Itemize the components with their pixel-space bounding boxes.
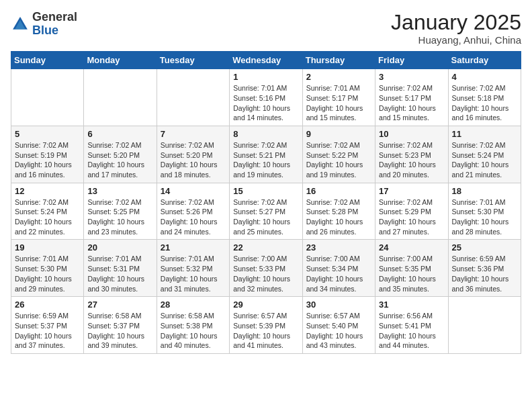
day-number: 11 xyxy=(452,129,517,139)
week-row-5: 26Sunrise: 6:59 AM Sunset: 5:37 PM Dayli… xyxy=(11,297,521,354)
day-number: 5 xyxy=(15,129,80,139)
day-number: 16 xyxy=(306,186,371,196)
day-number: 25 xyxy=(452,242,517,253)
calendar-cell xyxy=(11,69,84,126)
day-info: Sunrise: 7:02 AM Sunset: 5:24 PM Dayligh… xyxy=(452,140,517,180)
calendar-cell: 31Sunrise: 6:56 AM Sunset: 5:41 PM Dayli… xyxy=(375,297,448,354)
calendar-cell: 29Sunrise: 6:57 AM Sunset: 5:39 PM Dayli… xyxy=(230,297,302,354)
day-info: Sunrise: 7:02 AM Sunset: 5:24 PM Dayligh… xyxy=(15,197,80,237)
calendar-cell: 1Sunrise: 7:01 AM Sunset: 5:16 PM Daylig… xyxy=(230,69,302,126)
day-number: 12 xyxy=(15,186,80,196)
calendar-cell: 25Sunrise: 6:59 AM Sunset: 5:36 PM Dayli… xyxy=(448,240,521,297)
day-info: Sunrise: 6:57 AM Sunset: 5:39 PM Dayligh… xyxy=(233,311,298,351)
day-number: 22 xyxy=(233,242,298,253)
calendar-cell: 2Sunrise: 7:01 AM Sunset: 5:17 PM Daylig… xyxy=(302,69,375,126)
day-number: 2 xyxy=(306,72,371,82)
calendar-cell: 6Sunrise: 7:02 AM Sunset: 5:20 PM Daylig… xyxy=(84,126,157,183)
weekday-header-tuesday: Tuesday xyxy=(157,52,229,69)
day-number: 18 xyxy=(452,186,517,196)
calendar-cell xyxy=(84,69,157,126)
calendar-cell: 5Sunrise: 7:02 AM Sunset: 5:19 PM Daylig… xyxy=(11,126,84,183)
day-info: Sunrise: 7:01 AM Sunset: 5:30 PM Dayligh… xyxy=(452,197,517,237)
day-number: 14 xyxy=(161,186,226,196)
calendar-cell: 28Sunrise: 6:58 AM Sunset: 5:38 PM Dayli… xyxy=(157,297,229,354)
day-number: 6 xyxy=(87,129,152,139)
day-number: 19 xyxy=(15,242,80,253)
calendar-cell: 21Sunrise: 7:01 AM Sunset: 5:32 PM Dayli… xyxy=(157,240,229,297)
day-info: Sunrise: 7:01 AM Sunset: 5:31 PM Dayligh… xyxy=(87,254,152,293)
day-number: 1 xyxy=(233,72,298,82)
day-info: Sunrise: 7:02 AM Sunset: 5:22 PM Dayligh… xyxy=(306,140,371,180)
day-number: 9 xyxy=(306,129,371,139)
day-number: 4 xyxy=(452,72,517,82)
day-info: Sunrise: 7:00 AM Sunset: 5:33 PM Dayligh… xyxy=(233,254,298,293)
title-block: January 2025 Huayang, Anhui, China xyxy=(391,11,521,46)
calendar-cell: 23Sunrise: 7:00 AM Sunset: 5:34 PM Dayli… xyxy=(302,240,375,297)
day-number: 13 xyxy=(87,186,152,196)
day-info: Sunrise: 7:01 AM Sunset: 5:16 PM Dayligh… xyxy=(233,83,298,123)
calendar-cell: 14Sunrise: 7:02 AM Sunset: 5:26 PM Dayli… xyxy=(157,183,229,240)
month-title: January 2025 xyxy=(391,11,521,34)
day-number: 20 xyxy=(87,242,152,253)
weekday-header-monday: Monday xyxy=(84,52,157,69)
week-row-1: 1Sunrise: 7:01 AM Sunset: 5:16 PM Daylig… xyxy=(11,69,521,126)
day-info: Sunrise: 6:59 AM Sunset: 5:37 PM Dayligh… xyxy=(15,311,80,351)
day-info: Sunrise: 7:02 AM Sunset: 5:19 PM Dayligh… xyxy=(15,140,80,180)
day-info: Sunrise: 7:02 AM Sunset: 5:26 PM Dayligh… xyxy=(161,197,226,237)
weekday-header-sunday: Sunday xyxy=(11,52,84,69)
day-info: Sunrise: 7:02 AM Sunset: 5:18 PM Dayligh… xyxy=(452,83,517,123)
calendar-cell: 27Sunrise: 6:58 AM Sunset: 5:37 PM Dayli… xyxy=(84,297,157,354)
day-number: 24 xyxy=(379,242,444,253)
calendar-cell: 9Sunrise: 7:02 AM Sunset: 5:22 PM Daylig… xyxy=(302,126,375,183)
day-info: Sunrise: 6:59 AM Sunset: 5:36 PM Dayligh… xyxy=(452,254,517,293)
weekday-header-friday: Friday xyxy=(375,52,448,69)
logo-general-text: General xyxy=(32,10,77,24)
calendar-cell: 15Sunrise: 7:02 AM Sunset: 5:27 PM Dayli… xyxy=(230,183,302,240)
calendar-cell: 8Sunrise: 7:02 AM Sunset: 5:21 PM Daylig… xyxy=(230,126,302,183)
calendar-cell: 4Sunrise: 7:02 AM Sunset: 5:18 PM Daylig… xyxy=(448,69,521,126)
weekday-header-saturday: Saturday xyxy=(448,52,521,69)
day-info: Sunrise: 7:02 AM Sunset: 5:21 PM Dayligh… xyxy=(233,140,298,180)
calendar-cell xyxy=(157,69,229,126)
day-info: Sunrise: 7:00 AM Sunset: 5:35 PM Dayligh… xyxy=(379,254,444,293)
weekday-header-wednesday: Wednesday xyxy=(230,52,302,69)
calendar-cell: 20Sunrise: 7:01 AM Sunset: 5:31 PM Dayli… xyxy=(84,240,157,297)
location: Huayang, Anhui, China xyxy=(391,34,521,46)
calendar-cell: 18Sunrise: 7:01 AM Sunset: 5:30 PM Dayli… xyxy=(448,183,521,240)
calendar-cell: 22Sunrise: 7:00 AM Sunset: 5:33 PM Dayli… xyxy=(230,240,302,297)
day-info: Sunrise: 6:58 AM Sunset: 5:38 PM Dayligh… xyxy=(161,311,226,351)
logo-blue-text: Blue xyxy=(32,24,58,37)
calendar-cell: 12Sunrise: 7:02 AM Sunset: 5:24 PM Dayli… xyxy=(11,183,84,240)
day-number: 8 xyxy=(233,129,298,139)
day-info: Sunrise: 7:01 AM Sunset: 5:30 PM Dayligh… xyxy=(15,254,80,293)
day-info: Sunrise: 7:02 AM Sunset: 5:25 PM Dayligh… xyxy=(87,197,152,237)
day-number: 27 xyxy=(87,300,152,310)
calendar-cell: 13Sunrise: 7:02 AM Sunset: 5:25 PM Dayli… xyxy=(84,183,157,240)
day-number: 7 xyxy=(161,129,226,139)
calendar-table: SundayMondayTuesdayWednesdayThursdayFrid… xyxy=(11,51,521,354)
weekday-header-thursday: Thursday xyxy=(302,52,375,69)
day-number: 28 xyxy=(161,300,226,310)
day-number: 17 xyxy=(379,186,444,196)
calendar-cell: 30Sunrise: 6:57 AM Sunset: 5:40 PM Dayli… xyxy=(302,297,375,354)
day-number: 21 xyxy=(161,242,226,253)
calendar-cell: 24Sunrise: 7:00 AM Sunset: 5:35 PM Dayli… xyxy=(375,240,448,297)
weekday-header-row: SundayMondayTuesdayWednesdayThursdayFrid… xyxy=(11,52,521,69)
day-info: Sunrise: 6:58 AM Sunset: 5:37 PM Dayligh… xyxy=(87,311,152,351)
day-info: Sunrise: 6:56 AM Sunset: 5:41 PM Dayligh… xyxy=(379,311,444,351)
day-number: 29 xyxy=(233,300,298,310)
day-number: 30 xyxy=(306,300,371,310)
calendar-cell: 26Sunrise: 6:59 AM Sunset: 5:37 PM Dayli… xyxy=(11,297,84,354)
calendar-cell: 10Sunrise: 7:02 AM Sunset: 5:23 PM Dayli… xyxy=(375,126,448,183)
week-row-4: 19Sunrise: 7:01 AM Sunset: 5:30 PM Dayli… xyxy=(11,240,521,297)
day-number: 31 xyxy=(379,300,444,310)
day-info: Sunrise: 7:02 AM Sunset: 5:17 PM Dayligh… xyxy=(379,83,444,123)
page-header: General Blue January 2025 Huayang, Anhui… xyxy=(11,11,521,46)
day-info: Sunrise: 7:02 AM Sunset: 5:20 PM Dayligh… xyxy=(161,140,226,180)
calendar-cell: 7Sunrise: 7:02 AM Sunset: 5:20 PM Daylig… xyxy=(157,126,229,183)
day-info: Sunrise: 7:02 AM Sunset: 5:27 PM Dayligh… xyxy=(233,197,298,237)
day-info: Sunrise: 7:01 AM Sunset: 5:17 PM Dayligh… xyxy=(306,83,371,123)
day-info: Sunrise: 7:02 AM Sunset: 5:23 PM Dayligh… xyxy=(379,140,444,180)
calendar-cell: 3Sunrise: 7:02 AM Sunset: 5:17 PM Daylig… xyxy=(375,69,448,126)
day-info: Sunrise: 7:02 AM Sunset: 5:20 PM Dayligh… xyxy=(87,140,152,180)
